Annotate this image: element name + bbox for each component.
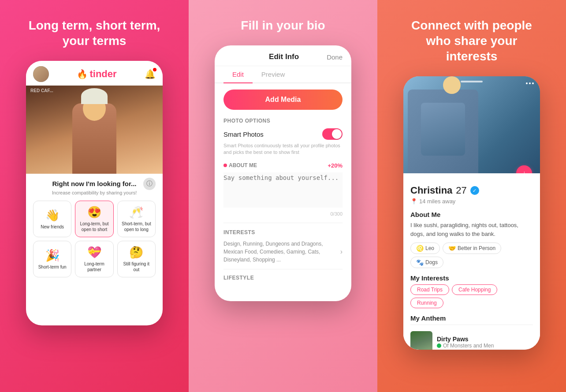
- anthem-row: Dirty Paws Of Monsters and Men: [410, 325, 533, 350]
- option-new-friends[interactable]: 👋 New friends: [33, 201, 71, 237]
- profile-info: Christina 27 ✓ 📍 14 miles away About Me …: [403, 173, 540, 350]
- interests-text: Design, Running, Dungeons and Dragons, M…: [223, 240, 334, 264]
- more-options-button[interactable]: [526, 82, 534, 84]
- phone-1-header: 🔥 tinder 🔔: [26, 61, 163, 86]
- anthem-song: Dirty Paws: [437, 336, 533, 343]
- profile-photo-3: ↓: [403, 76, 540, 173]
- anthem-info: Dirty Paws Of Monsters and Men: [437, 336, 533, 349]
- notification-dot: [153, 68, 156, 71]
- about-me-text: I like sushi, paragliding, nights out, t…: [410, 221, 533, 238]
- better-in-person-icon: 🤝: [448, 245, 456, 252]
- photo-options-label: PHOTO OPTIONS: [223, 118, 343, 124]
- anthem-title: My Anthem: [410, 314, 533, 322]
- better-in-person-label: Better in Person: [458, 245, 495, 251]
- done-button[interactable]: Done: [327, 53, 343, 61]
- option-long-term[interactable]: 😍 Long-term, but open to short: [75, 201, 113, 237]
- smart-photos-label: Smart Photos: [223, 131, 264, 138]
- interest-running: Running: [410, 298, 443, 308]
- edit-info-nav: Edit Info Done: [215, 45, 351, 66]
- long-partner-label: Long-term partner: [78, 261, 110, 273]
- lifestyle-label: LIFESTYLE: [223, 275, 343, 281]
- tag-better-in-person: 🤝 Better in Person: [443, 243, 501, 254]
- panel-1: Long term, short term, your terms 🔥 tind…: [0, 0, 189, 392]
- options-grid: 👋 New friends 😍 Long-term, but open to s…: [33, 201, 156, 277]
- about-me-textarea[interactable]: [223, 172, 343, 208]
- panel-2-headline: Fill in your bio: [241, 18, 325, 33]
- name-age-row: Christina 27 ✓: [410, 185, 533, 196]
- info-button[interactable]: ⓘ: [143, 178, 156, 190]
- dot-1: [526, 82, 528, 84]
- location: 📍 14 miles away: [410, 198, 533, 205]
- short-fun-label: Short-term fun: [38, 264, 67, 270]
- chevron-right-icon: ›: [340, 248, 343, 256]
- panel-1-headline: Long term, short term, your terms: [24, 18, 165, 49]
- long-partner-emoji: 💝: [87, 246, 101, 259]
- interests-tags: Road Trips Cafe Hopping Running: [410, 284, 533, 308]
- short-fun-emoji: 🎉: [45, 249, 60, 262]
- smart-photos-desc: Smart Photos continuously tests all your…: [223, 142, 343, 156]
- location-text: 14 miles away: [419, 198, 455, 205]
- anthem-artist-row: Of Monsters and Men: [437, 343, 533, 349]
- smart-photos-row: Smart Photos: [223, 128, 343, 140]
- interests-row[interactable]: Design, Running, Dungeons and Dragons, M…: [223, 240, 343, 264]
- new-friends-label: New friends: [41, 224, 64, 230]
- flame-icon: 🔥: [77, 69, 88, 79]
- tab-edit[interactable]: Edit: [223, 66, 253, 83]
- profile-name: Christina: [410, 185, 452, 196]
- about-me-title: ABOUT ME: [223, 162, 257, 168]
- looking-for-card: Right now I'm looking for... ⓘ Increase …: [26, 174, 163, 284]
- bell-icon[interactable]: 🔔: [145, 69, 156, 79]
- spotify-icon: [437, 343, 441, 348]
- looking-for-title: Right now I'm looking for...: [52, 180, 136, 187]
- tab-preview[interactable]: Preview: [253, 66, 294, 82]
- option-long-term-partner[interactable]: 💝 Long-term partner: [75, 241, 113, 277]
- dot-2: [529, 82, 531, 84]
- figuring-label: Still figuring it out: [120, 261, 153, 273]
- tag-leo: ♌ Leo: [410, 243, 440, 254]
- verified-badge: ✓: [470, 186, 479, 195]
- short-term-emoji: 🥂: [129, 205, 143, 219]
- interest-cafe-hopping: Cafe Hopping: [452, 284, 497, 295]
- dot-3: [532, 82, 534, 84]
- interests-section: INTERESTS Design, Running, Dungeons and …: [223, 223, 343, 264]
- add-media-button[interactable]: Add Media: [223, 90, 343, 110]
- panel-2: Fill in your bio Edit Info Done Edit Pre…: [189, 0, 377, 392]
- toggle-knob: [332, 129, 342, 139]
- tag-dogs: 🐾 Dogs: [410, 257, 443, 268]
- looking-for-header: Right now I'm looking for... ⓘ: [33, 180, 156, 187]
- lifestyle-section: LIFESTYLE: [223, 269, 343, 281]
- edit-tabs: Edit Preview: [215, 66, 351, 83]
- looking-for-subtitle: Increase compatibility by sharing yours!: [33, 190, 156, 195]
- profile-age: 27: [456, 185, 466, 196]
- status-bar: [461, 81, 483, 82]
- option-short-term-fun[interactable]: 🎉 Short-term fun: [33, 241, 71, 277]
- about-dot: [223, 164, 227, 167]
- phone-1: 🔥 tinder 🔔 RED CAF... Right now I'm l: [26, 61, 163, 325]
- anthem-thumbnail: [410, 331, 432, 350]
- long-term-label: Long-term, but open to short: [78, 221, 110, 232]
- option-short-term[interactable]: 🥂 Short-term, but open to long: [117, 201, 156, 237]
- avatar[interactable]: [33, 66, 49, 82]
- phone-3: ↓ Christina 27 ✓ 📍 14 miles away About M…: [403, 76, 540, 350]
- about-me-title-3: About Me: [410, 211, 533, 218]
- tinder-logo: 🔥 tinder: [77, 68, 116, 80]
- traits-tags: ♌ Leo 🤝 Better in Person 🐾 Dogs: [410, 243, 533, 268]
- smart-photos-toggle[interactable]: [322, 128, 343, 140]
- tinder-wordmark: tinder: [89, 68, 116, 80]
- profile-photo: RED CAF...: [26, 86, 163, 174]
- phone-2: Edit Info Done Edit Preview Add Media PH…: [215, 45, 351, 301]
- edit-body: Add Media PHOTO OPTIONS Smart Photos Sma…: [215, 83, 351, 291]
- panel-3-headline: Connect with people who share your inter…: [401, 18, 542, 64]
- interest-road-trips: Road Trips: [410, 284, 449, 295]
- char-count: 0/300: [223, 211, 343, 217]
- interests-title: My Interests: [410, 274, 533, 282]
- long-term-emoji: 😍: [87, 205, 101, 219]
- location-pin-icon: 📍: [410, 198, 417, 205]
- interests-label: INTERESTS: [223, 229, 343, 235]
- leo-icon: ♌: [416, 245, 424, 252]
- option-figuring-out[interactable]: 🤔 Still figuring it out: [117, 241, 156, 277]
- dogs-label: Dogs: [425, 259, 438, 265]
- leo-label: Leo: [425, 245, 434, 251]
- new-friends-emoji: 👋: [45, 209, 60, 222]
- short-term-label: Short-term, but open to long: [120, 221, 153, 232]
